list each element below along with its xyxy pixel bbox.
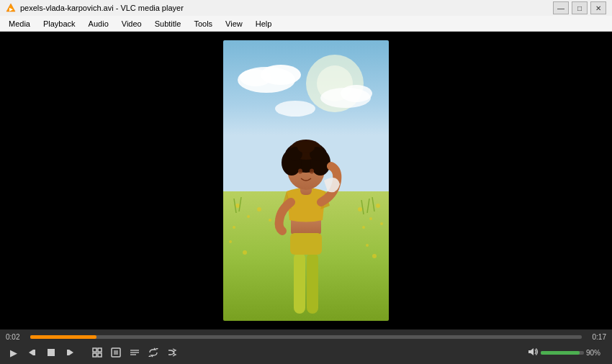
video-area[interactable] (0, 32, 612, 329)
svg-point-23 (243, 250, 247, 255)
fullscreen-button[interactable] (89, 345, 105, 360)
play-button[interactable]: ▶ (6, 345, 22, 360)
prev-button[interactable] (24, 345, 40, 360)
svg-marker-49 (69, 350, 73, 355)
volume-track[interactable] (541, 351, 584, 355)
title-bar-left: ▶ pexels-vlada-karpovich.avi - VLC media… (6, 3, 184, 13)
svg-point-24 (366, 244, 369, 247)
svg-rect-52 (98, 348, 102, 352)
svg-rect-54 (98, 353, 102, 357)
svg-point-19 (376, 204, 380, 208)
svg-point-20 (362, 226, 365, 229)
menu-media[interactable]: Media (3, 18, 36, 29)
svg-point-14 (257, 207, 261, 211)
svg-rect-34 (290, 233, 322, 255)
menu-tools[interactable]: Tools (188, 18, 218, 29)
menu-playback[interactable]: Playback (37, 18, 81, 29)
random-button[interactable] (164, 345, 180, 360)
svg-rect-32 (307, 252, 318, 314)
svg-marker-64 (528, 348, 534, 355)
svg-rect-53 (93, 353, 96, 357)
menu-bar: Media Playback Audio Video Subtitle Tool… (0, 16, 612, 32)
volume-fill (541, 351, 580, 355)
svg-point-43 (297, 140, 315, 153)
svg-point-17 (358, 207, 362, 211)
loop-button[interactable] (145, 345, 161, 360)
svg-point-16 (233, 226, 235, 229)
svg-text:▶: ▶ (9, 7, 13, 12)
svg-point-10 (275, 101, 315, 117)
menu-audio[interactable]: Audio (83, 18, 114, 29)
stop-button[interactable] (43, 345, 59, 360)
video-content (223, 40, 389, 321)
svg-point-45 (310, 169, 314, 174)
volume-area: 90% (527, 347, 606, 359)
time-current: 0:02 (6, 333, 26, 341)
playlist-button[interactable] (127, 345, 143, 360)
volume-percentage: 90% (586, 349, 606, 357)
svg-point-13 (247, 215, 250, 218)
svg-marker-46 (29, 350, 33, 355)
window-title: pexels-vlada-karpovich.avi - VLC media p… (20, 4, 184, 12)
svg-point-21 (380, 222, 383, 225)
svg-rect-47 (33, 350, 35, 355)
svg-point-25 (372, 254, 377, 258)
svg-point-9 (341, 85, 372, 102)
menu-help[interactable]: Help (250, 18, 278, 29)
next-button[interactable] (62, 345, 78, 360)
progress-fill (30, 335, 96, 339)
svg-point-22 (229, 240, 232, 243)
maximize-button[interactable]: □ (572, 1, 588, 14)
svg-point-12 (235, 204, 240, 208)
title-bar: ▶ pexels-vlada-karpovich.avi - VLC media… (0, 0, 612, 16)
svg-point-15 (269, 219, 271, 222)
close-button[interactable]: ✕ (590, 1, 606, 14)
svg-rect-48 (48, 349, 55, 356)
controls-bar: 0:02 0:17 ▶ (0, 329, 612, 364)
svg-rect-50 (67, 350, 69, 355)
menu-view[interactable]: View (220, 18, 248, 29)
svg-point-44 (298, 169, 302, 174)
vlc-icon: ▶ (6, 3, 16, 13)
svg-rect-31 (294, 252, 305, 314)
controls-row: ▶ (4, 345, 608, 360)
svg-point-18 (369, 217, 372, 220)
svg-rect-51 (93, 348, 96, 352)
minimize-button[interactable]: — (553, 1, 569, 14)
progress-row: 0:02 0:17 (4, 333, 608, 341)
time-total: 0:17 (586, 333, 606, 341)
menu-subtitle[interactable]: Subtitle (149, 18, 187, 29)
volume-icon[interactable] (527, 347, 539, 359)
extended-button[interactable] (108, 345, 124, 360)
menu-video[interactable]: Video (116, 18, 148, 29)
title-bar-controls: — □ ✕ (553, 1, 606, 14)
svg-point-7 (240, 69, 271, 86)
progress-track[interactable] (30, 335, 582, 339)
